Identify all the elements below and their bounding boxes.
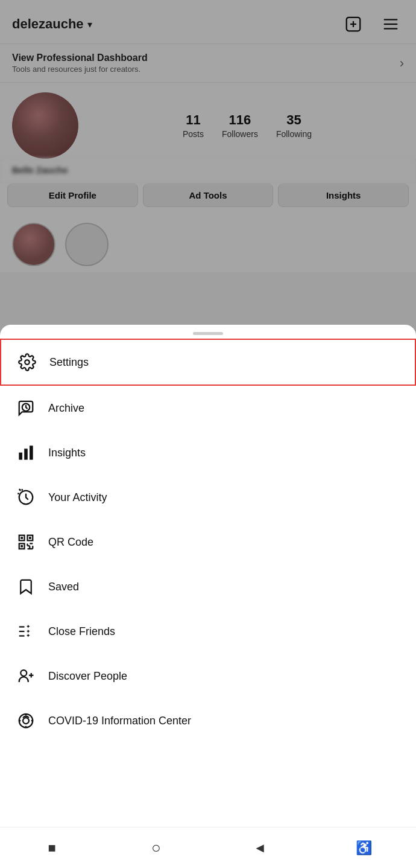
menu-item-covid[interactable]: COVID-19 Information Center — [0, 698, 416, 743]
archive-icon — [14, 397, 37, 420]
svg-point-30 — [20, 670, 27, 676]
svg-rect-9 — [25, 449, 28, 460]
menu-item-qr-code[interactable]: QR Code — [0, 520, 416, 564]
svg-rect-15 — [20, 537, 23, 539]
nav-square-button[interactable]: ■ — [39, 835, 65, 861]
menu-item-discover-people[interactable]: Discover People — [0, 654, 416, 698]
accessibility-icon: ♿ — [356, 840, 372, 856]
menu-label-your-activity: Your Activity — [48, 491, 107, 504]
svg-text:✦: ✦ — [26, 633, 31, 639]
square-icon: ■ — [48, 840, 56, 856]
menu-item-close-friends[interactable]: ✦ ✦ ✦ Close Friends — [0, 609, 416, 654]
bottom-nav: ■ ○ ◄ ♿ — [0, 827, 416, 868]
menu-item-archive[interactable]: Archive — [0, 386, 416, 430]
qr-code-icon — [14, 531, 37, 554]
menu-item-settings[interactable]: Settings — [0, 339, 416, 386]
svg-rect-17 — [20, 545, 23, 547]
gear-icon — [16, 351, 39, 374]
svg-rect-8 — [19, 453, 22, 459]
bar-chart-icon — [14, 441, 37, 464]
menu-item-your-activity[interactable]: Your Activity — [0, 475, 416, 520]
nav-home-button[interactable]: ○ — [143, 835, 169, 861]
sheet-handle — [0, 325, 416, 339]
svg-point-34 — [23, 718, 29, 724]
nav-back-button[interactable]: ◄ — [247, 835, 273, 861]
close-friends-icon: ✦ ✦ ✦ — [14, 620, 37, 643]
menu-item-insights[interactable]: Insights — [0, 430, 416, 475]
svg-point-6 — [25, 360, 30, 365]
nav-accessibility-button[interactable]: ♿ — [351, 835, 377, 861]
menu-label-discover-people: Discover People — [48, 670, 127, 683]
menu-label-insights: Insights — [48, 447, 86, 459]
menu-label-qr-code: QR Code — [48, 536, 93, 549]
activity-icon — [14, 486, 37, 509]
covid-icon — [14, 709, 37, 732]
menu-label-close-friends: Close Friends — [48, 625, 115, 638]
circle-icon: ○ — [151, 838, 161, 857]
menu-label-saved: Saved — [48, 581, 79, 593]
menu-label-settings: Settings — [49, 356, 89, 369]
svg-rect-16 — [29, 537, 31, 539]
handle-bar — [193, 332, 223, 335]
back-icon: ◄ — [253, 840, 266, 856]
menu-label-archive: Archive — [48, 402, 84, 415]
bottom-sheet: Settings Archive Insights — [0, 325, 416, 868]
svg-rect-10 — [30, 446, 33, 460]
discover-icon — [14, 665, 37, 688]
bookmark-icon — [14, 575, 37, 598]
menu-item-saved[interactable]: Saved — [0, 564, 416, 609]
menu-label-covid: COVID-19 Information Center — [48, 715, 191, 727]
